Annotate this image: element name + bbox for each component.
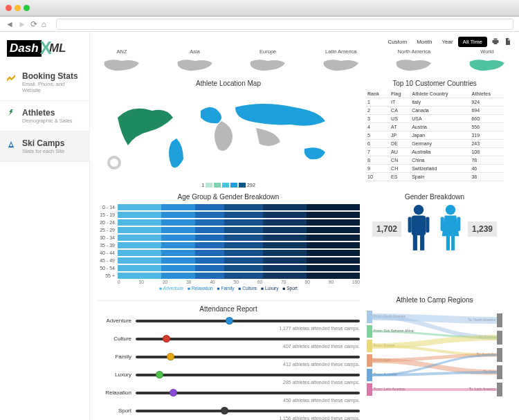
back-icon[interactable]: ◄ [6, 19, 14, 29]
map-title: Athlete Location Map [97, 80, 360, 87]
nav-sub: Stats for each Site [22, 148, 82, 154]
nav-icon [6, 108, 17, 119]
svg-rect-26 [497, 331, 502, 345]
age-bar [118, 250, 360, 256]
logo-text-1: Dash [7, 40, 42, 57]
female-icon [436, 203, 465, 255]
logo-x-icon: X [40, 37, 52, 59]
svg-rect-11 [457, 217, 460, 232]
attendance-card: Attendance Report Adventure1,177 athlete… [97, 296, 360, 420]
svg-rect-8 [446, 235, 450, 250]
svg-rect-14 [367, 325, 372, 338]
table-row[interactable]: 10ESSpain38 [365, 173, 504, 181]
table-row[interactable]: 3USUSA660 [365, 115, 504, 123]
attendance-slider[interactable] [136, 320, 360, 322]
attendance-row-culture: Culture [97, 336, 360, 342]
attendance-slider[interactable] [136, 410, 360, 412]
table-row[interactable]: 7AUAustralia108 [365, 148, 504, 156]
attendance-label: Culture [97, 336, 131, 342]
svg-rect-16 [367, 340, 372, 352]
browser-toolbar: ◄ ► ⟳ ⌂ [0, 17, 519, 32]
attendance-slider[interactable] [136, 374, 360, 376]
nav-item-athletes[interactable]: AthletesDemographic & Sales [0, 101, 89, 131]
region-label: ANZ [101, 48, 143, 55]
region-mini-map [466, 56, 508, 75]
table-row[interactable]: 6DEGermany243 [365, 140, 504, 148]
table-row[interactable]: 8CNChina78 [365, 156, 504, 165]
nav-icon [6, 138, 17, 149]
attendance-text: 412 athletes attended these camps. [97, 362, 360, 367]
region-tab-north america[interactable]: North America [393, 48, 435, 77]
traffic-min[interactable] [15, 5, 21, 11]
age-bar [118, 235, 360, 241]
table-row[interactable]: 9CHSwitzerland46 [365, 165, 504, 173]
attendance-title: Attendance Report [97, 305, 360, 313]
region-label: Europe [247, 48, 289, 55]
svg-rect-24 [497, 313, 502, 327]
age-bin-label: 35 - 39 [97, 243, 118, 248]
sidebar: Dash X ML Booking StatsEmail, Phone, and… [0, 32, 90, 420]
attendance-row-relaxation: Relaxation [97, 390, 360, 396]
nav-sub: Demographic & Sales [22, 118, 82, 124]
table-row[interactable]: 4ATAustria556 [365, 123, 504, 131]
export-icon[interactable] [504, 37, 512, 46]
attendance-slider[interactable] [136, 338, 360, 340]
url-bar[interactable] [56, 19, 513, 30]
sankey-chart[interactable]: From: North AmericaFrom: Sub Saharan Afr… [365, 307, 504, 403]
time-range-bar: CustomMonthYearAll Time [97, 37, 512, 46]
forward-icon[interactable]: ► [18, 19, 26, 29]
age-title: Age Group & Gender Breakdown [97, 193, 360, 201]
age-bin-label: 50 - 54 [97, 266, 118, 271]
legend-item: Family [217, 286, 235, 291]
region-tab-world[interactable]: World [466, 48, 508, 77]
region-label: Latin America [320, 48, 362, 55]
attendance-label: Family [97, 354, 131, 360]
home-icon[interactable]: ⌂ [42, 19, 46, 29]
svg-rect-20 [367, 369, 372, 381]
legend-item: Luxury [261, 286, 278, 291]
legend-item: Sport [283, 286, 298, 291]
gender-card: Gender Breakdown 1,702 1,239 [365, 193, 504, 291]
logo: Dash X ML [0, 32, 89, 64]
attendance-slider[interactable] [136, 356, 360, 358]
table-row[interactable]: 1ITItaly924 [365, 98, 504, 107]
attendance-text: 1,156 athletes attended these camps. [97, 416, 360, 420]
main: CustomMonthYearAll Time ANZAsiaEuropeLat… [90, 32, 519, 420]
nav-item-ski camps[interactable]: Ski CampsStats for each Site [0, 131, 89, 162]
age-bin-label: 45 - 49 [97, 258, 118, 263]
countries-title: Top 10 Customer Countries [365, 80, 504, 87]
female-count: 1,239 [468, 221, 497, 237]
svg-rect-3 [413, 233, 417, 250]
traffic-max[interactable] [24, 5, 30, 11]
nav-icon [6, 71, 17, 82]
age-card: Age Group & Gender Breakdown 0 - 1415 - … [97, 193, 360, 291]
svg-rect-12 [367, 311, 372, 323]
reload-icon[interactable]: ⟳ [30, 19, 37, 29]
print-icon[interactable] [491, 37, 500, 46]
col-athlete country: Athlete Country [410, 90, 469, 98]
region-tab-europe[interactable]: Europe [247, 48, 289, 77]
attendance-row-sport: Sport [97, 408, 360, 414]
range-month[interactable]: Month [412, 37, 437, 47]
attendance-label: Adventure [97, 318, 131, 324]
traffic-close[interactable] [6, 5, 12, 11]
range-all time[interactable]: All Time [458, 37, 487, 47]
range-year[interactable]: Year [437, 37, 457, 47]
region-tab-latin america[interactable]: Latin America [320, 48, 362, 77]
world-map[interactable] [97, 90, 360, 180]
age-bar [118, 204, 360, 210]
attendance-slider[interactable] [136, 392, 360, 394]
table-row[interactable]: 5JPJapan319 [365, 131, 504, 140]
range-custom[interactable]: Custom [383, 37, 412, 47]
region-mini-map [393, 56, 435, 75]
countries-card: Top 10 Customer Countries RankFlagAthlet… [365, 80, 504, 188]
attendance-text: 407 athletes attended these camps. [97, 344, 360, 349]
age-chart[interactable]: 0 - 1415 - 1920 - 2425 - 2930 - 3435 - 3… [97, 203, 360, 279]
nav-item-booking stats[interactable]: Booking StatsEmail, Phone, and Website [0, 64, 89, 101]
age-bar [118, 257, 360, 264]
svg-rect-18 [367, 354, 372, 367]
age-bin-label: 40 - 44 [97, 250, 118, 255]
table-row[interactable]: 2CACanada694 [365, 107, 504, 115]
region-tab-anz[interactable]: ANZ [101, 48, 143, 77]
region-tab-asia[interactable]: Asia [174, 48, 216, 77]
